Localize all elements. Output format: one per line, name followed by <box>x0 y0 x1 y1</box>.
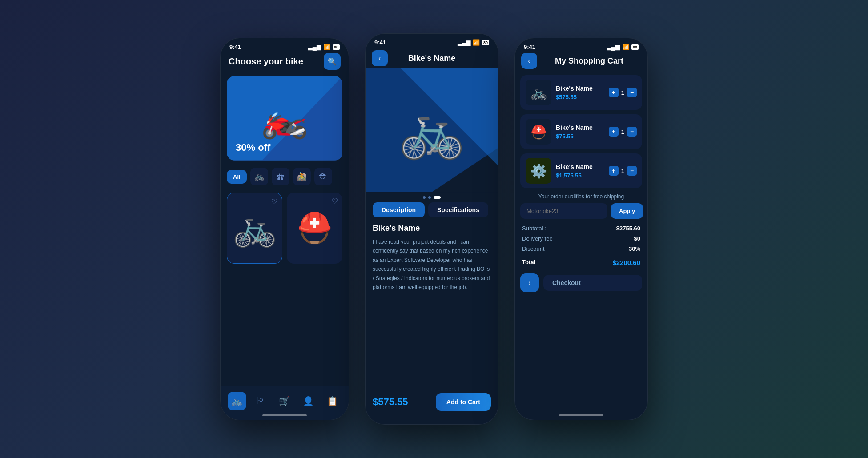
chevron-right-icon: › <box>528 279 530 287</box>
subtotal-row: Subtotal : $2755.60 <box>522 225 640 232</box>
detail-bicycle-icon: 🚲 <box>398 99 465 162</box>
cart-item-3-name: Bike's Name <box>556 163 604 170</box>
cart-item-1-name: Bike's Name <box>556 85 604 92</box>
category-road[interactable]: 🛣 <box>272 168 289 185</box>
total-value: $2200.60 <box>612 259 640 266</box>
cart-item-2-price: $75.55 <box>556 133 604 140</box>
helmet-product-icon: ⛑️ <box>297 211 333 245</box>
status-icons-1: ▂▄▆ 📶 80 <box>308 44 340 50</box>
cart-item-2: ⛑️ Bike's Name $75.55 + 1 − <box>520 114 642 149</box>
cart-item-1: 🚲 Bike's Name $575.55 + 1 − <box>520 75 642 110</box>
status-icons-3: ▂▄▆ 📶 80 <box>607 44 639 50</box>
screen1-header: Choose your bike 🔍 <box>227 53 342 70</box>
nav-flag[interactable]: 🏳 <box>251 392 270 410</box>
favorite-bicycle-icon[interactable]: ♡ <box>271 197 277 206</box>
category-filter-row: All 🚲 🛣 🚵 ⛑ <box>227 168 342 185</box>
coupon-input[interactable] <box>520 203 607 219</box>
checkout-label: Checkout <box>543 275 642 291</box>
screen-product-detail: 9:41 ▂▄▆ 📶 80 ‹ Bike's Name 🚲 <box>365 33 498 425</box>
search-icon: 🔍 <box>328 57 337 66</box>
qty-value-3: 1 <box>621 168 624 174</box>
qty-minus-3[interactable]: − <box>627 166 637 176</box>
product-card-bicycle[interactable]: ♡ 🚲 <box>227 193 282 264</box>
delivery-label: Delivery fee : <box>522 235 556 242</box>
cart-item-3-price: $1,575.55 <box>556 172 604 179</box>
hero-motorcycle-icon: 🏍️ <box>261 96 308 141</box>
coupon-row: Apply <box>515 203 647 219</box>
screen2-header: ‹ Bike's Name <box>366 48 498 68</box>
category-all[interactable]: All <box>227 170 247 184</box>
nav-flag-icon: 🏳 <box>256 396 265 406</box>
hero-discount-label: 30% off <box>236 142 270 153</box>
time-1: 9:41 <box>229 44 241 50</box>
detail-product-name: Bike's Name <box>373 224 491 233</box>
status-bar-3: 9:41 ▂▄▆ 📶 80 <box>515 38 647 53</box>
screen2-title: Bike's Name <box>408 54 455 63</box>
nav-bike[interactable]: 🚲 <box>228 392 246 410</box>
cart-item-2-qty-control: + 1 − <box>609 127 637 137</box>
time-2: 9:41 <box>374 39 386 46</box>
qty-value-2: 1 <box>621 129 624 135</box>
cart-item-1-info: Bike's Name $575.55 <box>556 85 604 100</box>
screen-choose-bike: 9:41 ▂▄▆ 📶 80 Choose your bike 🔍 🏍️ <box>220 38 349 420</box>
qty-value-1: 1 <box>621 89 624 96</box>
free-shipping-notice: Your order qualifies for free shipping <box>520 193 642 200</box>
detail-price: $575.55 <box>373 396 408 408</box>
search-button[interactable]: 🔍 <box>324 53 341 70</box>
battery-1: 80 <box>333 44 340 50</box>
dot-1 <box>423 196 426 199</box>
detail-body: Description Specifications Bike's Name I… <box>366 202 498 292</box>
bike-detail-hero: 🚲 <box>366 68 498 193</box>
cart-item-3-qty-control: + 1 − <box>609 166 637 176</box>
status-bar-1: 9:41 ▂▄▆ 📶 80 <box>221 38 349 53</box>
qty-minus-2[interactable]: − <box>627 127 637 137</box>
discount-value: 30% <box>629 245 640 252</box>
status-icons-2: ▂▄▆ 📶 80 <box>458 39 489 46</box>
cart-item-1-qty-control: + 1 − <box>609 88 637 97</box>
nav-list-icon: 📋 <box>327 396 338 406</box>
home-indicator-3 <box>559 414 603 416</box>
dot-3 <box>434 196 441 199</box>
cart-item-1-icon: 🚲 <box>530 85 547 100</box>
signal-icon-2: ▂▄▆ <box>458 39 470 46</box>
cart-item-1-price: $575.55 <box>556 94 604 100</box>
total-label: Total : <box>522 259 539 266</box>
signal-icon-3: ▂▄▆ <box>607 44 620 50</box>
nav-list[interactable]: 📋 <box>323 392 342 410</box>
bicycle-product-icon: 🚲 <box>233 207 277 249</box>
back-button-cart[interactable]: ‹ <box>521 53 537 69</box>
home-indicator-1 <box>262 414 307 416</box>
add-to-cart-button[interactable]: Add to Cart <box>436 393 491 411</box>
category-helmet[interactable]: ⛑ <box>314 168 332 185</box>
nav-profile[interactable]: 👤 <box>299 392 318 410</box>
product-card-helmet[interactable]: ♡ ⛑️ <box>287 193 342 264</box>
back-icon-detail: ‹ <box>378 54 381 62</box>
qty-plus-1[interactable]: + <box>609 88 619 97</box>
back-icon-cart: ‹ <box>528 57 530 65</box>
dots-indicator <box>366 196 498 199</box>
back-button-detail[interactable]: ‹ <box>372 50 388 66</box>
nav-cart-icon: 🛒 <box>279 396 290 406</box>
favorite-helmet-icon[interactable]: ♡ <box>332 197 338 205</box>
category-person[interactable]: 🚵 <box>293 168 311 185</box>
qty-minus-1[interactable]: − <box>627 88 637 97</box>
delivery-value: $0 <box>634 235 640 242</box>
category-bicycle[interactable]: 🚲 <box>250 168 268 185</box>
wifi-icon-2: 📶 <box>473 39 480 46</box>
tab-specifications[interactable]: Specifications <box>428 202 488 217</box>
cart-item-2-name: Bike's Name <box>556 124 604 131</box>
product-grid: ♡ 🚲 ♡ ⛑️ <box>227 193 342 264</box>
wifi-icon-1: 📶 <box>323 44 330 50</box>
apply-coupon-button[interactable]: Apply <box>611 203 643 219</box>
qty-plus-2[interactable]: + <box>609 127 619 137</box>
subtotal-value: $2755.60 <box>616 225 640 232</box>
tab-description[interactable]: Description <box>373 202 425 217</box>
cart-item-3-image: ⚙️ <box>526 158 551 184</box>
qty-plus-3[interactable]: + <box>609 166 619 176</box>
time-3: 9:41 <box>524 44 535 50</box>
hero-card: 🏍️ 30% off <box>227 76 342 161</box>
nav-cart[interactable]: 🛒 <box>275 392 294 410</box>
checkout-icon-button[interactable]: › <box>520 273 539 292</box>
discount-label: Discount : <box>522 245 548 252</box>
cart-item-2-info: Bike's Name $75.55 <box>556 124 604 140</box>
